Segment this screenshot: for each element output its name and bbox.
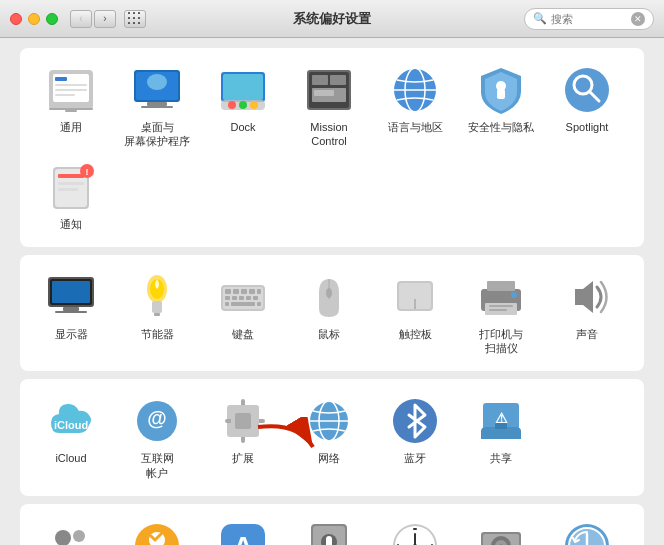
pref-appstore[interactable]: A App Store [202, 516, 284, 545]
forward-button[interactable]: › [94, 10, 116, 28]
network-label: 网络 [318, 451, 340, 465]
section-personal: 通用 桌面与屏幕保护程序 [20, 48, 644, 247]
grid-view-button[interactable] [124, 10, 146, 28]
main-content: 通用 桌面与屏幕保护程序 [0, 38, 664, 545]
svg-rect-75 [489, 309, 507, 311]
svg-point-18 [250, 101, 258, 109]
pref-parental[interactable]: 家长控制 [116, 516, 198, 545]
traffic-lights [10, 13, 58, 25]
svg-rect-59 [232, 296, 237, 300]
sound-icon [561, 271, 613, 323]
pref-security[interactable]: 安全性与隐私 [460, 60, 542, 153]
search-icon: 🔍 [533, 12, 547, 25]
icloud-icon: iCloud [45, 395, 97, 447]
pref-printer[interactable]: 打印机与扫描仪 [460, 267, 542, 360]
svg-point-16 [228, 101, 236, 109]
pref-sound[interactable]: 声音 [546, 267, 628, 360]
desktop-label: 桌面与屏幕保护程序 [124, 120, 190, 149]
bluetooth-icon [389, 395, 441, 447]
startup-icon [475, 520, 527, 545]
svg-rect-22 [330, 75, 346, 85]
pref-keyboard[interactable]: 键盘 [202, 267, 284, 360]
svg-rect-38 [58, 182, 84, 185]
pref-users[interactable]: 用户与群组 [30, 516, 112, 545]
pref-icloud[interactable]: iCloud iCloud [30, 391, 112, 484]
pref-startup[interactable]: 启动磁盘 [460, 516, 542, 545]
users-icon [45, 520, 97, 545]
svg-rect-60 [239, 296, 244, 300]
pref-network[interactable]: 网络 [288, 391, 370, 484]
pref-datetime[interactable]: 18 日期与时间 [374, 516, 456, 545]
svg-rect-50 [154, 313, 160, 316]
pref-timemachine[interactable]: Time Machine [546, 516, 628, 545]
pref-dictation[interactable]: 听写与语音 [288, 516, 370, 545]
trackpad-icon [389, 271, 441, 323]
search-clear-button[interactable]: ✕ [631, 12, 645, 26]
section-system: 用户与群组 家长控制 A App S [20, 504, 644, 545]
pref-mission[interactable]: MissionControl [288, 60, 370, 153]
svg-rect-72 [487, 281, 515, 291]
minimize-button[interactable] [28, 13, 40, 25]
svg-rect-45 [63, 307, 79, 311]
pref-sharing[interactable]: ⚠ 共享 [460, 391, 542, 484]
extensions-icon [217, 395, 269, 447]
svg-rect-100 [326, 536, 332, 545]
pref-general[interactable]: 通用 [30, 60, 112, 153]
svg-rect-53 [225, 289, 231, 294]
svg-rect-56 [249, 289, 255, 294]
pref-desktop[interactable]: 桌面与屏幕保护程序 [116, 60, 198, 153]
general-label: 通用 [60, 120, 82, 134]
network-icon [303, 395, 355, 447]
timemachine-icon [561, 520, 613, 545]
svg-point-91 [55, 530, 71, 545]
search-bar[interactable]: 🔍 ✕ [524, 8, 654, 30]
extensions-label: 扩展 [232, 451, 254, 465]
svg-point-67 [326, 288, 332, 298]
svg-rect-64 [225, 302, 229, 306]
datetime-icon: 18 [389, 520, 441, 545]
pref-language[interactable]: 语言与地区 [374, 60, 456, 153]
svg-rect-62 [253, 296, 258, 300]
svg-rect-63 [231, 302, 255, 306]
maximize-button[interactable] [46, 13, 58, 25]
pref-bluetooth[interactable]: 蓝牙 [374, 391, 456, 484]
general-icon [45, 64, 97, 116]
svg-rect-46 [55, 311, 87, 313]
mission-icon [303, 64, 355, 116]
pref-trackpad[interactable]: 触控板 [374, 267, 456, 360]
svg-text:@: @ [147, 407, 167, 429]
close-button[interactable] [10, 13, 22, 25]
pref-dock[interactable]: Dock [202, 60, 284, 153]
svg-text:⚠: ⚠ [495, 410, 508, 426]
trackpad-label: 触控板 [399, 327, 432, 341]
svg-rect-37 [58, 174, 84, 178]
keyboard-label: 键盘 [232, 327, 254, 341]
svg-text:!: ! [86, 167, 89, 177]
pref-notification[interactable]: ! 通知 [30, 157, 112, 235]
pref-spotlight[interactable]: Spotlight [546, 60, 628, 153]
svg-point-17 [239, 101, 247, 109]
sharing-icon: ⚠ [475, 395, 527, 447]
pref-mouse[interactable]: 鼠标 [288, 267, 370, 360]
dictation-icon [303, 520, 355, 545]
svg-text:iCloud: iCloud [54, 419, 88, 431]
svg-rect-14 [223, 74, 263, 100]
search-input[interactable] [551, 13, 631, 25]
pref-internet[interactable]: @ 互联网帐户 [116, 391, 198, 484]
pref-energy[interactable]: 节能器 [116, 267, 198, 360]
svg-rect-49 [152, 301, 162, 313]
display-icon [45, 271, 97, 323]
pref-display[interactable]: 显示器 [30, 267, 112, 360]
svg-point-76 [511, 292, 517, 298]
back-button[interactable]: ‹ [70, 10, 92, 28]
svg-rect-57 [257, 289, 261, 294]
svg-rect-7 [65, 110, 77, 112]
svg-point-92 [73, 530, 85, 542]
notification-icon: ! [45, 161, 97, 213]
svg-point-10 [147, 74, 167, 90]
printer-label: 打印机与扫描仪 [479, 327, 523, 356]
energy-label: 节能器 [141, 327, 174, 341]
svg-rect-104 [413, 528, 417, 530]
pref-extensions[interactable]: 扩展 [202, 391, 284, 484]
spotlight-icon [561, 64, 613, 116]
